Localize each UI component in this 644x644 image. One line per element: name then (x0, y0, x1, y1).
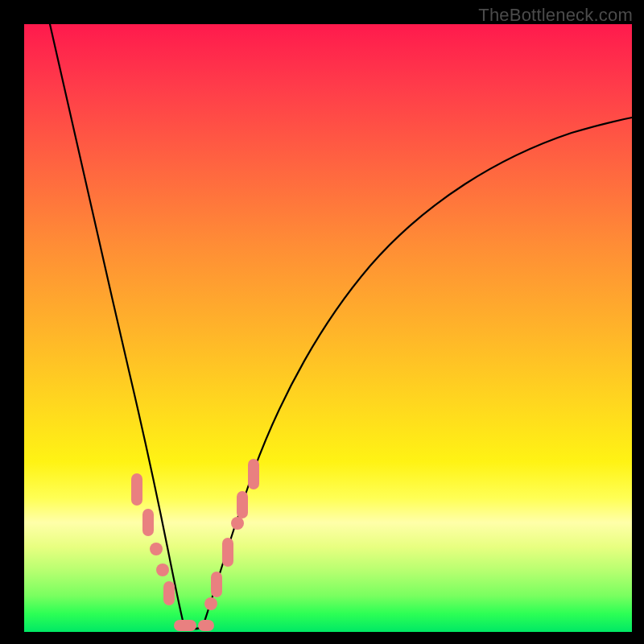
marker-dot (248, 459, 259, 489)
right-curve (203, 118, 632, 626)
marker-dot (231, 517, 244, 530)
marker-dot (156, 564, 169, 576)
plot-area (24, 24, 632, 632)
marker-dot (211, 572, 222, 597)
marker-dot (237, 491, 248, 518)
marker-dot (131, 473, 142, 506)
marker-group (131, 459, 259, 631)
marker-dot (150, 543, 163, 555)
marker-dot (198, 620, 214, 631)
left-curve (50, 24, 184, 624)
watermark-text: TheBottleneck.com (478, 5, 633, 26)
marker-dot (174, 620, 196, 631)
marker-dot (163, 581, 175, 605)
curve-svg (24, 24, 632, 632)
marker-dot (142, 509, 154, 536)
marker-dot (204, 597, 217, 610)
chart-frame: TheBottleneck.com (0, 0, 644, 644)
marker-dot (222, 538, 233, 567)
